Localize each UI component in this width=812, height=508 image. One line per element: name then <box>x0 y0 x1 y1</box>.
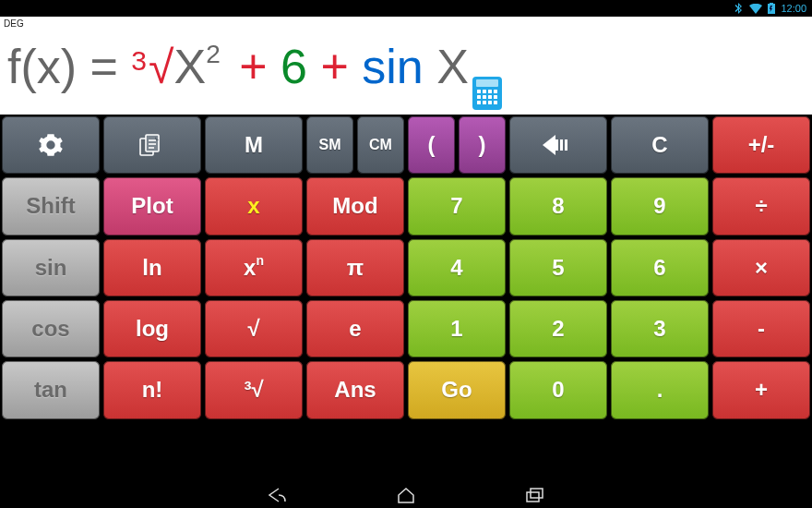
ans-button[interactable]: Ans <box>306 361 404 418</box>
sm-button[interactable]: SM <box>306 116 353 174</box>
e-button[interactable]: e <box>306 300 404 357</box>
expr-plus2: + <box>307 39 362 94</box>
plusminus-button[interactable]: +/- <box>712 116 810 174</box>
status-time: 12:00 <box>781 3 806 14</box>
digit-4-button[interactable]: 4 <box>408 239 506 296</box>
multiply-button[interactable]: × <box>712 239 810 296</box>
var-x-button[interactable]: x <box>205 177 303 235</box>
digit-1-button[interactable]: 1 <box>408 300 506 357</box>
expr-x1: X <box>174 39 207 94</box>
expr-x2: X <box>436 39 469 94</box>
digit-5-button[interactable]: 5 <box>509 239 607 296</box>
shift-button[interactable]: Shift <box>2 177 100 235</box>
expr-exp2: 2 <box>206 40 221 69</box>
plot-button[interactable]: Plot <box>103 177 201 235</box>
clear-button[interactable]: C <box>611 116 709 174</box>
go-button[interactable]: Go <box>408 361 506 418</box>
svg-rect-1 <box>146 135 159 151</box>
settings-button[interactable] <box>2 116 100 174</box>
expression: f(x) = 3 √ X 2 + 6 + sin X <box>7 39 502 106</box>
sin-button[interactable]: sin <box>2 239 100 296</box>
backspace-icon <box>543 135 574 155</box>
tan-button[interactable]: tan <box>2 361 100 418</box>
wifi-icon <box>749 4 762 14</box>
documents-icon <box>138 133 166 157</box>
expr-root-index: 3 <box>131 45 147 77</box>
back-icon[interactable] <box>266 487 286 503</box>
digit-2-button[interactable]: 2 <box>509 300 607 357</box>
expr-eq: = <box>77 39 131 94</box>
svg-rect-5 <box>555 139 558 151</box>
svg-rect-6 <box>560 139 563 151</box>
mod-button[interactable]: Mod <box>306 177 404 235</box>
battery-icon <box>768 3 775 14</box>
cm-button[interactable]: CM <box>357 116 404 174</box>
cuberoot-button[interactable]: ³√ <box>205 361 303 418</box>
memory-button[interactable]: M <box>205 116 303 174</box>
android-nav-bar <box>0 482 812 508</box>
svg-rect-8 <box>527 492 539 502</box>
decimal-button[interactable]: . <box>611 361 709 418</box>
lparen-button[interactable]: ( <box>408 116 455 174</box>
angle-mode-indicator: DEG <box>4 18 24 29</box>
digit-7-button[interactable]: 7 <box>408 177 506 235</box>
factorial-button[interactable]: n! <box>103 361 201 418</box>
digit-3-button[interactable]: 3 <box>611 300 709 357</box>
bluetooth-icon <box>734 3 744 14</box>
rparen-button[interactable]: ) <box>459 116 506 174</box>
digit-8-button[interactable]: 8 <box>509 177 607 235</box>
expr-fx: f(x) <box>7 39 77 94</box>
android-status-bar: 12:00 <box>0 0 812 17</box>
digit-9-button[interactable]: 9 <box>611 177 709 235</box>
calculator-display: DEG f(x) = 3 √ X 2 + 6 + sin X <box>0 17 812 115</box>
expr-sqrt: √ <box>149 41 173 94</box>
sqrt-button[interactable]: √ <box>205 300 303 357</box>
log-button[interactable]: log <box>103 300 201 357</box>
plus-button[interactable]: + <box>712 361 810 418</box>
gear-icon <box>38 132 64 158</box>
history-button[interactable] <box>103 116 201 174</box>
cos-button[interactable]: cos <box>2 300 100 357</box>
minus-button[interactable]: - <box>712 300 810 357</box>
digit-0-button[interactable]: 0 <box>509 361 607 418</box>
expr-plus1: + <box>226 39 281 94</box>
backspace-button[interactable] <box>509 116 607 174</box>
pi-button[interactable]: π <box>306 239 404 296</box>
svg-rect-9 <box>531 489 543 498</box>
expr-sin: sin <box>362 39 436 94</box>
ln-button[interactable]: ln <box>103 239 201 296</box>
recents-icon[interactable] <box>526 488 546 502</box>
power-button[interactable]: xn <box>205 239 303 296</box>
keypad: M SM CM ( ) C +/- Shift Plot x Mod 7 8 9… <box>0 115 812 482</box>
home-icon[interactable] <box>397 487 415 503</box>
divide-button[interactable]: ÷ <box>712 177 810 235</box>
digit-6-button[interactable]: 6 <box>611 239 709 296</box>
calculator-icon[interactable] <box>472 77 502 110</box>
expr-six: 6 <box>281 39 307 94</box>
svg-rect-7 <box>565 139 567 151</box>
